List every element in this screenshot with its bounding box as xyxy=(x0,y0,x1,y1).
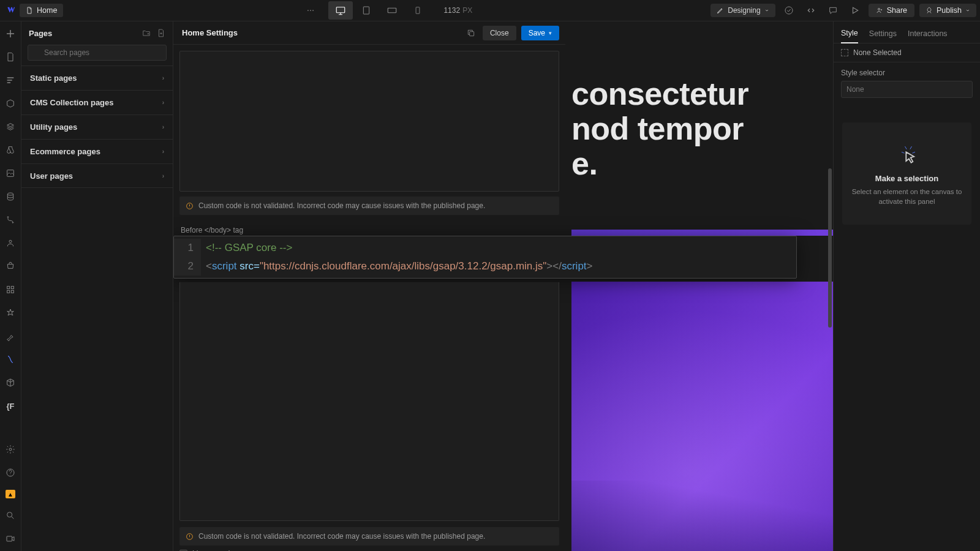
pen-icon[interactable] xyxy=(4,330,17,342)
line-number: 1 xyxy=(174,239,201,257)
comment-icon[interactable] xyxy=(824,2,842,19)
cms-icon[interactable] xyxy=(4,190,17,203)
chevron-right-icon: › xyxy=(162,75,164,81)
audit-warning-badge[interactable]: ▲ xyxy=(6,490,15,498)
topbar-right: Designing Share Publish xyxy=(710,2,976,19)
navigator-icon[interactable] xyxy=(4,74,17,86)
device-landscape-button[interactable] xyxy=(380,1,404,20)
more-icon[interactable] xyxy=(301,6,320,15)
webflow-logo-icon[interactable] xyxy=(4,4,16,17)
apps-icon[interactable] xyxy=(4,283,17,296)
page-category-label: Utility pages xyxy=(30,122,77,132)
cube-icon[interactable] xyxy=(4,377,17,389)
chevron-right-icon: › xyxy=(162,124,164,130)
page-category-label: CMS Collection pages xyxy=(30,98,114,107)
style-empty-state: Make a selection Select an element on th… xyxy=(842,122,971,225)
style-selector-input[interactable]: None xyxy=(841,81,973,98)
new-folder-icon[interactable] xyxy=(142,29,151,37)
save-button[interactable]: Save▾ xyxy=(521,26,559,40)
variables-icon[interactable] xyxy=(4,121,17,133)
mode-toggle[interactable]: Designing xyxy=(710,4,775,17)
styles-icon[interactable] xyxy=(4,144,17,156)
left-icon-rail: {F ▲ xyxy=(0,21,21,551)
selection-text: None Selected xyxy=(853,48,902,57)
svg-rect-6 xyxy=(417,7,420,14)
svg-rect-14 xyxy=(7,290,10,293)
tab-style[interactable]: Style xyxy=(841,29,858,43)
video-tutorial-icon[interactable] xyxy=(4,533,17,545)
person-plus-icon xyxy=(876,7,883,14)
topbar-left: Home xyxy=(4,4,63,17)
page-category-static[interactable]: Static pages› xyxy=(21,66,173,90)
code-icon[interactable] xyxy=(802,2,820,19)
device-tablet-button[interactable] xyxy=(354,1,379,20)
mode-label: Designing xyxy=(728,6,760,15)
svg-point-7 xyxy=(785,7,793,14)
svg-point-0 xyxy=(307,10,309,11)
pencil-icon xyxy=(717,7,724,14)
code-warning-head: Custom code is not validated. Incorrect … xyxy=(179,197,559,215)
pages-panel-header: Pages xyxy=(21,21,173,45)
device-mobile-button[interactable] xyxy=(405,1,430,20)
settings-title: Home Settings xyxy=(182,28,238,37)
ecommerce-icon[interactable] xyxy=(4,260,17,272)
viewport-width: 1132 xyxy=(443,6,460,15)
svg-rect-12 xyxy=(7,287,10,289)
logic-icon[interactable] xyxy=(4,214,17,226)
svg-rect-9 xyxy=(7,170,14,177)
device-desktop-button[interactable] xyxy=(328,1,353,20)
scrollbar-thumb[interactable] xyxy=(828,168,832,328)
selection-indicator-row: None Selected xyxy=(834,43,980,62)
viewport-size[interactable]: 1132 PX xyxy=(443,6,472,15)
check-icon[interactable] xyxy=(780,2,797,19)
canvas-purple-box xyxy=(571,282,833,551)
pages-panel: Pages Static pages› CMS Collection pages… xyxy=(21,21,173,551)
pages-search-input[interactable] xyxy=(28,45,167,61)
settings-scrollbar[interactable] xyxy=(827,46,833,551)
selection-icon xyxy=(841,49,848,56)
svg-point-18 xyxy=(7,512,12,517)
add-icon[interactable] xyxy=(4,28,17,40)
settings-gear-icon[interactable] xyxy=(4,443,17,455)
body-code-editor-lower[interactable] xyxy=(173,282,565,521)
tab-interactions[interactable]: Interactions xyxy=(908,29,948,43)
right-panel-tabs: Style Settings Interactions xyxy=(834,21,980,43)
close-button[interactable]: Close xyxy=(483,26,516,40)
interactions-rail-icon[interactable] xyxy=(4,353,17,365)
viewport-unit: PX xyxy=(462,6,472,15)
page-category-cms[interactable]: CMS Collection pages› xyxy=(21,90,173,114)
copy-settings-icon[interactable] xyxy=(464,29,478,37)
assets-icon[interactable] xyxy=(4,167,17,179)
svg-rect-21 xyxy=(470,31,474,36)
page-icon xyxy=(26,7,33,14)
svg-rect-3 xyxy=(337,7,345,13)
share-button[interactable]: Share xyxy=(869,4,914,17)
page-category-ecommerce[interactable]: Ecommerce pages› xyxy=(21,139,173,163)
finsweet-icon[interactable]: {F xyxy=(4,400,17,412)
pages-icon[interactable] xyxy=(4,51,17,63)
svg-point-11 xyxy=(9,240,12,242)
chevron-down-icon xyxy=(764,8,769,13)
head-code-editor[interactable] xyxy=(179,51,559,192)
right-panel: Style Settings Interactions None Selecte… xyxy=(833,21,980,551)
topbar-mid: 1132 PX xyxy=(63,1,710,20)
before-body-label: Before </body> tag xyxy=(179,223,559,236)
preview-icon[interactable] xyxy=(846,2,864,19)
new-page-icon[interactable] xyxy=(157,29,165,37)
warning-icon xyxy=(186,533,194,541)
svg-rect-15 xyxy=(11,290,13,293)
body-code-editor[interactable]: 1 <!-- GSAP core --> 2 <script src="http… xyxy=(173,236,797,279)
help-icon[interactable] xyxy=(4,467,17,479)
publish-button[interactable]: Publish xyxy=(919,4,976,17)
svg-point-10 xyxy=(7,193,13,195)
gsap-icon[interactable] xyxy=(4,307,17,319)
tab-settings[interactable]: Settings xyxy=(869,29,897,43)
search-rail-icon[interactable] xyxy=(4,509,17,522)
page-selector[interactable]: Home xyxy=(20,4,63,17)
users-icon[interactable] xyxy=(4,237,17,249)
pages-search-wrap xyxy=(21,45,173,66)
current-page-name: Home xyxy=(37,6,57,15)
components-icon[interactable] xyxy=(4,97,17,110)
page-category-utility[interactable]: Utility pages› xyxy=(21,114,173,139)
page-category-user[interactable]: User pages› xyxy=(21,163,173,188)
